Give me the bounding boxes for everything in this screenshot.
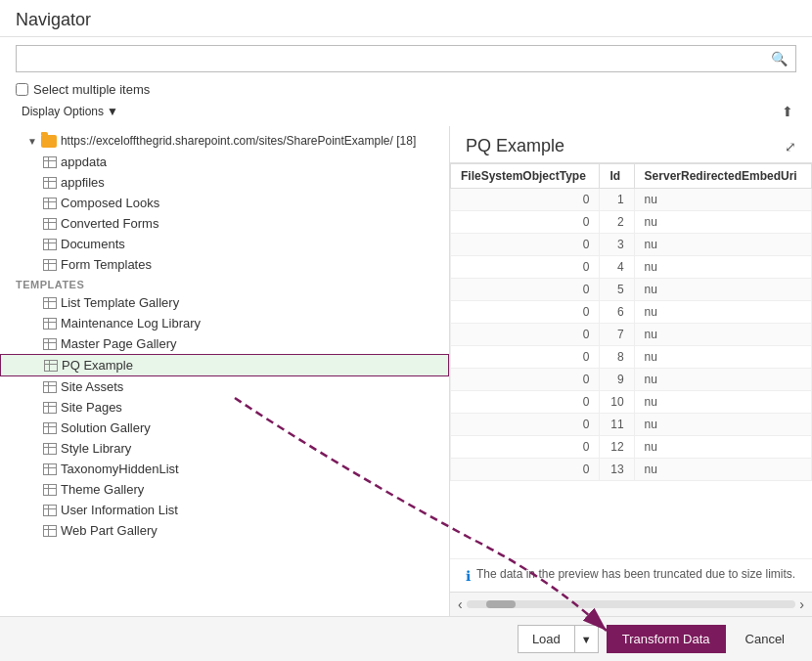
table-icon	[43, 218, 57, 230]
tree-item-composed-looks[interactable]: Composed Looks	[0, 193, 449, 213]
table-row: 09nu	[451, 369, 812, 391]
table-row: 07nu	[451, 324, 812, 346]
tree-item-solution-gallery[interactable]: Solution Gallery	[0, 418, 449, 438]
table-icon	[43, 463, 57, 475]
table-cell: 12	[600, 436, 634, 459]
table-cell: 0	[451, 256, 600, 279]
table-row: 02nu	[451, 211, 812, 234]
table-row: 011nu	[451, 414, 812, 436]
select-multiple-label[interactable]: Select multiple items	[16, 82, 150, 97]
tree-item-site-assets[interactable]: Site Assets	[0, 376, 449, 397]
table-cell: 3	[600, 234, 634, 256]
display-options-label: Display Options	[22, 105, 104, 118]
tree-item-style-library[interactable]: Style Library	[0, 438, 449, 459]
tree-item-documents[interactable]: Documents	[0, 234, 449, 254]
load-dropdown-button[interactable]: ▼	[575, 625, 599, 653]
tree-item-site-pages[interactable]: Site Pages	[0, 397, 449, 418]
scroll-bar: ‹ ›	[450, 592, 812, 616]
tree-item-user-info[interactable]: User Information List	[0, 500, 449, 520]
select-multiple-text: Select multiple items	[33, 82, 150, 97]
table-cell: 6	[600, 301, 634, 324]
data-table: FileSystemObjectType Id ServerRedirected…	[450, 163, 812, 481]
navigator-title: Navigator	[16, 10, 796, 30]
tree-item-web-part-gallery[interactable]: Web Part Gallery	[0, 520, 449, 541]
table-row: 03nu	[451, 234, 812, 256]
table-icon	[43, 318, 57, 330]
table-row: 010nu	[451, 391, 812, 414]
tree-item-theme-gallery[interactable]: Theme Gallery	[0, 479, 449, 500]
table-row: 013nu	[451, 459, 812, 481]
table-cell: nu	[634, 234, 811, 256]
collapse-icon: ▼	[27, 136, 37, 147]
search-input[interactable]	[17, 47, 763, 71]
table-cell: nu	[634, 414, 811, 436]
chevron-down-icon: ▼	[107, 105, 118, 118]
transform-data-button[interactable]: Transform Data	[607, 625, 726, 653]
table-icon	[43, 297, 57, 309]
tree-item-maintenance-log[interactable]: Maintenance Log Library	[0, 313, 449, 333]
tree-item-appfiles[interactable]: appfiles	[0, 172, 449, 193]
title-bar: Navigator	[0, 0, 812, 37]
preview-title-text: PQ Example	[466, 136, 564, 156]
table-icon	[43, 198, 57, 209]
table-cell: nu	[634, 369, 811, 391]
table-icon	[43, 239, 57, 250]
table-icon	[43, 505, 57, 516]
search-button[interactable]: 🔍	[763, 46, 795, 71]
table-cell: 0	[451, 459, 600, 481]
col-header-filesystemobjecttype: FileSystemObjectType	[451, 164, 600, 189]
table-cell: 0	[451, 189, 600, 211]
folder-icon	[41, 135, 57, 148]
table-cell: 10	[600, 391, 634, 414]
scroll-track[interactable]	[467, 600, 796, 608]
table-row: 01nu	[451, 189, 812, 211]
tree-item-form-templates[interactable]: Form Templates	[0, 254, 449, 275]
table-cell: 4	[600, 256, 634, 279]
search-bar-inner: 🔍	[16, 45, 796, 72]
tree-item-pq-example[interactable]: PQ Example	[0, 354, 449, 376]
table-cell: 0	[451, 414, 600, 436]
info-icon: ℹ	[466, 568, 471, 584]
tree-item-master-page-gallery[interactable]: Master Page Gallery	[0, 333, 449, 354]
tree-item-taxonomy-hidden[interactable]: TaxonomyHiddenList	[0, 459, 449, 479]
templates-group-label: Templates	[0, 275, 449, 292]
scroll-thumb	[486, 600, 516, 608]
table-cell: nu	[634, 279, 811, 301]
tree-item-converted-forms[interactable]: Converted Forms	[0, 213, 449, 234]
display-options-button[interactable]: Display Options ▼	[16, 102, 124, 121]
table-cell: nu	[634, 459, 811, 481]
table-cell: nu	[634, 189, 811, 211]
search-bar: 🔍	[0, 37, 812, 80]
scroll-left-button[interactable]: ‹	[458, 596, 463, 612]
navigator-window: Navigator 🔍 Select multiple items Displa…	[0, 0, 812, 661]
export-button[interactable]: ⬆	[779, 101, 796, 122]
table-cell: 0	[451, 324, 600, 346]
table-icon	[43, 338, 57, 350]
scroll-right-button[interactable]: ›	[799, 596, 804, 612]
options-row: Select multiple items	[0, 80, 812, 99]
tree-item-list-template-gallery[interactable]: List Template Gallery	[0, 292, 449, 313]
select-multiple-checkbox[interactable]	[16, 83, 28, 96]
cancel-button[interactable]: Cancel	[734, 625, 796, 653]
tree-root-label: https://exceloffthegrid.sharepoint.com/s…	[61, 134, 416, 148]
preview-expand-button[interactable]: ⤢	[785, 139, 796, 154]
table-cell: 13	[600, 459, 634, 481]
footer: Load ▼ Transform Data Cancel	[0, 616, 812, 661]
table-row: 05nu	[451, 279, 812, 301]
tree-root-folder[interactable]: ▼ https://exceloffthegrid.sharepoint.com…	[0, 130, 449, 152]
table-cell: 8	[600, 346, 634, 369]
table-icon	[43, 177, 57, 189]
truncate-text: The data in the preview has been truncat…	[476, 567, 795, 581]
right-panel: PQ Example ⤢ FileSystemObjectType Id Ser…	[450, 126, 812, 616]
table-cell: 11	[600, 414, 634, 436]
table-cell: 0	[451, 369, 600, 391]
table-icon	[44, 360, 58, 372]
col-header-id: Id	[600, 164, 634, 189]
table-cell: 5	[600, 279, 634, 301]
load-button[interactable]: Load	[518, 625, 575, 653]
col-header-serverredirectedembeduri: ServerRedirectedEmbedUri	[634, 164, 811, 189]
main-content: ▼ https://exceloffthegrid.sharepoint.com…	[0, 126, 812, 616]
table-row: 06nu	[451, 301, 812, 324]
table-cell: 2	[600, 211, 634, 234]
tree-item-appdata[interactable]: appdata	[0, 152, 449, 172]
